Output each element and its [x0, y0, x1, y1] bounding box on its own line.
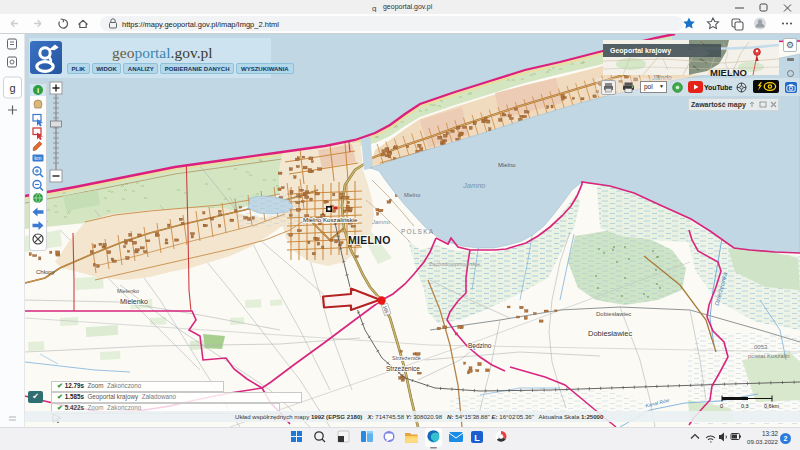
svg-text:Zachodniopomorskie: Zachodniopomorskie	[429, 261, 480, 267]
svg-text:Strzeżenice: Strzeżenice	[386, 365, 420, 372]
svg-text:km: km	[34, 155, 42, 161]
svg-text:0,6km: 0,6km	[764, 403, 779, 409]
svg-text:MIELNO: MIELNO	[348, 234, 391, 246]
svg-text:Jamno: Jamno	[462, 181, 486, 190]
svg-text:Mielno: Mielno	[404, 192, 420, 198]
svg-text:POLSKA: POLSKA	[401, 228, 434, 235]
svg-text:Jamno: Jamno	[371, 219, 391, 225]
svg-text:g: g	[372, 4, 376, 12]
svg-text:0053: 0053	[754, 344, 768, 350]
svg-text:Mielenko: Mielenko	[120, 298, 148, 305]
svg-text:Chłopy: Chłopy	[36, 269, 55, 275]
svg-text:Mielenko: Mielenko	[117, 288, 139, 294]
svg-text:Mielno: Mielno	[498, 162, 516, 168]
svg-text:Będzino: Będzino	[468, 342, 492, 350]
svg-text:0: 0	[720, 403, 723, 409]
svg-text:Mielno Koszalińskie: Mielno Koszalińskie	[303, 216, 358, 223]
svg-text:g: g	[9, 82, 15, 94]
svg-text:Strzeżenice: Strzeżenice	[392, 355, 421, 361]
svg-text:L: L	[474, 433, 480, 443]
svg-text:0,3: 0,3	[741, 403, 749, 409]
svg-text:Dobiesławiec: Dobiesławiec	[596, 311, 631, 317]
svg-text:Dobiesławiec: Dobiesławiec	[588, 329, 632, 338]
svg-text:powiat Koszalin: powiat Koszalin	[748, 353, 790, 359]
svg-text:i: i	[37, 86, 39, 95]
